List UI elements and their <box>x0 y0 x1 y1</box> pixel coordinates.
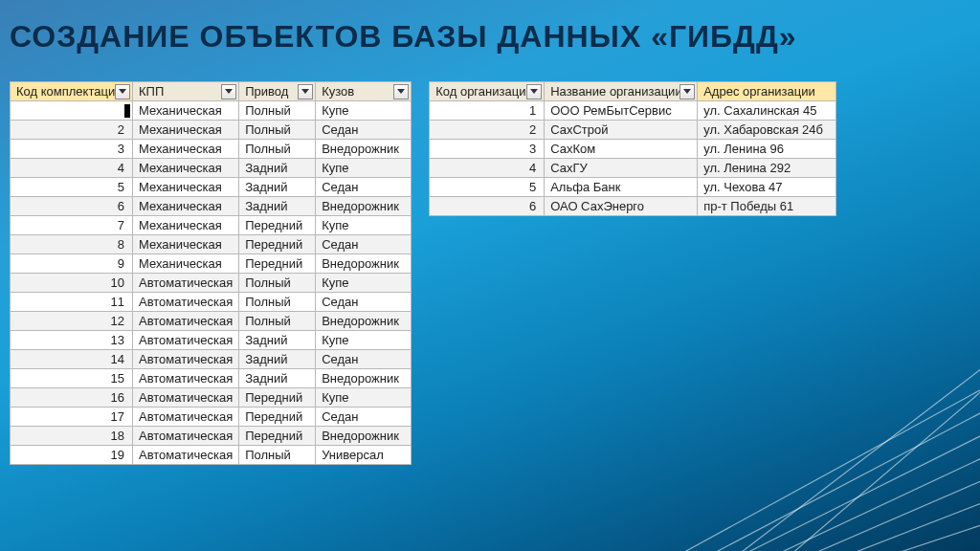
cell[interactable]: Седан <box>316 408 412 427</box>
table-row[interactable]: 12АвтоматическаяПолныйВнедорожник <box>11 312 412 331</box>
table-row[interactable]: 18АвтоматическаяПереднийВнедорожник <box>11 427 412 446</box>
cell-config-code[interactable]: 19 <box>11 446 133 465</box>
cell[interactable]: Механическая <box>133 254 239 274</box>
cell[interactable]: Купе <box>316 101 412 121</box>
table-row[interactable]: 2СахСтройул. Хабаровская 24б <box>430 121 836 140</box>
cell-org-code[interactable]: 3 <box>430 140 545 159</box>
cell[interactable]: Автоматическая <box>133 369 239 388</box>
cell-config-code[interactable]: 18 <box>11 427 133 446</box>
cell-org-code[interactable]: 4 <box>430 159 545 178</box>
table-row[interactable]: 11АвтоматическаяПолныйСедан <box>11 293 412 312</box>
cell[interactable]: Купе <box>316 159 412 178</box>
cell[interactable]: Универсал <box>316 446 412 465</box>
cell-org-name[interactable]: ОАО СахЭнерго <box>545 197 698 216</box>
cell[interactable]: Купе <box>316 216 412 235</box>
cell[interactable]: Седан <box>316 178 412 197</box>
cell-org-name[interactable]: ООО РемБытСервис <box>545 101 698 121</box>
cell[interactable]: Седан <box>316 121 412 140</box>
cell[interactable]: Задний <box>239 350 316 369</box>
cell-config-code[interactable]: 5 <box>11 178 133 197</box>
cell[interactable]: Внедорожник <box>316 312 412 331</box>
cell-org-code[interactable]: 5 <box>430 178 545 197</box>
cell[interactable]: Внедорожник <box>316 369 412 388</box>
cell-org-address[interactable]: ул. Чехова 47 <box>698 178 836 197</box>
cell[interactable]: Передний <box>239 408 316 427</box>
table-row[interactable]: 4СахГУул. Ленина 292 <box>430 159 836 178</box>
cell-config-code[interactable]: 2 <box>11 121 133 140</box>
cell[interactable]: Внедорожник <box>316 254 412 274</box>
cell-org-name[interactable]: СахКом <box>545 140 698 159</box>
cell[interactable]: Передний <box>239 427 316 446</box>
cell-org-code[interactable]: 6 <box>430 197 545 216</box>
cell[interactable]: Передний <box>239 216 316 235</box>
cell[interactable]: Передний <box>239 388 316 408</box>
cell-config-code[interactable]: 12 <box>11 312 133 331</box>
table-row[interactable]: 3СахКомул. Ленина 96 <box>430 140 836 159</box>
cell[interactable]: Полный <box>239 140 316 159</box>
cell-config-code[interactable]: 4 <box>11 159 133 178</box>
cell-org-address[interactable]: ул. Сахалинская 45 <box>698 101 836 121</box>
cell[interactable]: Полный <box>239 312 316 331</box>
cell-config-code[interactable]: 6 <box>11 197 133 216</box>
cell-org-address[interactable]: ул. Ленина 292 <box>698 159 836 178</box>
cell[interactable]: Задний <box>239 369 316 388</box>
cell-config-code[interactable]: 9 <box>11 254 133 274</box>
chevron-down-icon[interactable] <box>679 84 695 99</box>
cell[interactable]: Задний <box>239 178 316 197</box>
cell-config-code[interactable]: 3 <box>11 140 133 159</box>
cell[interactable]: Автоматическая <box>133 274 239 293</box>
cell[interactable]: Механическая <box>133 197 239 216</box>
cell[interactable]: Механическая <box>133 178 239 197</box>
cell[interactable]: Механическая <box>133 216 239 235</box>
cell-config-code[interactable]: 13 <box>11 331 133 350</box>
chevron-down-icon[interactable] <box>115 84 130 99</box>
cell-org-name[interactable]: Альфа Банк <box>545 178 698 197</box>
cell-config-code[interactable]: 10 <box>11 274 133 293</box>
cell-config-code[interactable]: 16 <box>11 388 133 408</box>
col-header-kpp[interactable]: КПП <box>133 82 239 101</box>
table-row[interactable]: 9МеханическаяПереднийВнедорожник <box>11 254 412 274</box>
table-row[interactable]: 16АвтоматическаяПереднийКупе <box>11 388 412 408</box>
table-row[interactable]: 2МеханическаяПолныйСедан <box>11 121 412 140</box>
cell[interactable]: Внедорожник <box>316 140 412 159</box>
table-row[interactable]: 19АвтоматическаяПолныйУниверсал <box>11 446 412 465</box>
table-row[interactable]: МеханическаяПолныйКупе <box>11 101 412 121</box>
cell[interactable]: Седан <box>316 235 412 254</box>
table-row[interactable]: 13АвтоматическаяЗаднийКупе <box>11 331 412 350</box>
cell[interactable]: Купе <box>316 388 412 408</box>
table-row[interactable]: 14АвтоматическаяЗаднийСедан <box>11 350 412 369</box>
cell[interactable]: Механическая <box>133 121 239 140</box>
table-row[interactable]: 6ОАО СахЭнергопр-т Победы 61 <box>430 197 836 216</box>
cell[interactable]: Купе <box>316 331 412 350</box>
cell[interactable]: Внедорожник <box>316 197 412 216</box>
cell-org-code[interactable]: 1 <box>430 101 545 121</box>
cell[interactable]: Автоматическая <box>133 350 239 369</box>
table-row[interactable]: 5Альфа Банкул. Чехова 47 <box>430 178 836 197</box>
cell-config-code[interactable]: 7 <box>11 216 133 235</box>
cell[interactable]: Полный <box>239 101 316 121</box>
table-row[interactable]: 5МеханическаяЗаднийСедан <box>11 178 412 197</box>
cell[interactable]: Механическая <box>133 159 239 178</box>
cell[interactable]: Автоматическая <box>133 293 239 312</box>
cell[interactable]: Передний <box>239 235 316 254</box>
cell-org-address[interactable]: пр-т Победы 61 <box>698 197 836 216</box>
col-header-config-code[interactable]: Код комплектации <box>11 82 133 101</box>
cell[interactable]: Механическая <box>133 235 239 254</box>
cell-config-code[interactable] <box>11 101 133 121</box>
cell-config-code[interactable]: 17 <box>11 408 133 427</box>
cell[interactable]: Автоматическая <box>133 331 239 350</box>
cell-org-address[interactable]: ул. Хабаровская 24б <box>698 121 836 140</box>
cell[interactable]: Механическая <box>133 101 239 121</box>
chevron-down-icon[interactable] <box>526 84 542 99</box>
cell[interactable]: Задний <box>239 331 316 350</box>
table-row[interactable]: 3МеханическаяПолныйВнедорожник <box>11 140 412 159</box>
cell-org-code[interactable]: 2 <box>430 121 545 140</box>
cell[interactable]: Автоматическая <box>133 408 239 427</box>
cell-config-code[interactable]: 14 <box>11 350 133 369</box>
table-row[interactable]: 15АвтоматическаяЗаднийВнедорожник <box>11 369 412 388</box>
cell[interactable]: Автоматическая <box>133 427 239 446</box>
cell[interactable]: Автоматическая <box>133 388 239 408</box>
col-header-org-address[interactable]: Адрес организации <box>698 82 836 101</box>
cell[interactable]: Седан <box>316 293 412 312</box>
table-row[interactable]: 17АвтоматическаяПереднийСедан <box>11 408 412 427</box>
